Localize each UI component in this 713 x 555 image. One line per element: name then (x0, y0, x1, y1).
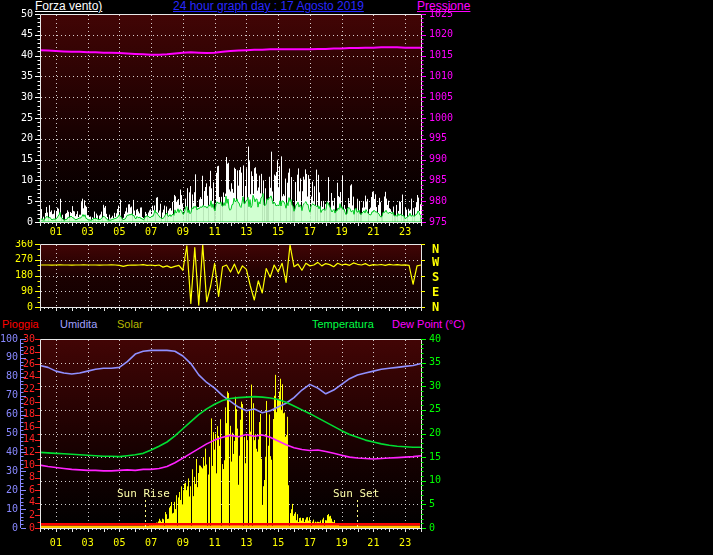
compass-n-bottom: N (432, 300, 439, 314)
legend-dew-point: Dew Point (°C) (392, 318, 465, 331)
compass-n-top: N (432, 242, 439, 256)
weather-graph-screen: Forza vento) 24 hour graph day : 17 Agos… (0, 0, 713, 555)
rain-humidity-solar-temp-chart (0, 333, 468, 555)
wind-pressure-chart (0, 0, 468, 240)
compass-w: W (432, 255, 439, 269)
legend-rain: Pioggia (2, 318, 39, 331)
sun-set-label: Sun Set (333, 487, 379, 500)
compass-e: E (432, 285, 439, 299)
compass-s: S (432, 270, 439, 284)
sun-rise-label: Sun Rise (117, 487, 170, 500)
legend-humidity: Umidita (60, 318, 97, 331)
legend-temperature: Temperatura (312, 318, 374, 331)
legend-solar: Solar (117, 318, 143, 331)
wind-direction-chart (0, 240, 468, 318)
